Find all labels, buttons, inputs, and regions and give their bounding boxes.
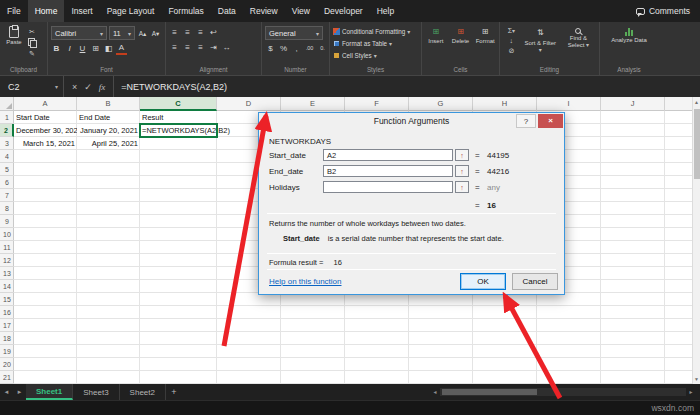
row-header-12[interactable]: 12 xyxy=(0,254,14,267)
paste-button[interactable]: Paste xyxy=(3,26,25,45)
align-bottom-button[interactable]: ≡ xyxy=(195,26,206,39)
row-header-6[interactable]: 6 xyxy=(0,176,14,189)
align-top-button[interactable]: ≡ xyxy=(169,26,180,39)
cell-B1[interactable]: End Date xyxy=(77,111,140,124)
row-header-17[interactable]: 17 xyxy=(0,319,14,332)
clear-button[interactable]: ⊘ xyxy=(503,46,520,55)
font-color-button[interactable]: A xyxy=(116,43,127,55)
cell-B2[interactable]: January 20, 2021 xyxy=(77,124,140,137)
bold-button[interactable]: B xyxy=(51,42,62,55)
range-selector-button-end-date[interactable]: ↑ xyxy=(455,165,469,177)
arg-input-end-date[interactable]: B2 xyxy=(323,165,453,177)
font-size-select[interactable]: 11▾ xyxy=(109,26,135,40)
autosum-button[interactable]: Σ▾ xyxy=(503,26,520,35)
format-painter-icon[interactable]: ✎ xyxy=(28,49,36,58)
scroll-up-icon[interactable]: ▲ xyxy=(693,97,700,107)
row-header-16[interactable]: 16 xyxy=(0,306,14,319)
select-all-button[interactable] xyxy=(0,97,14,111)
ribbon-tab-file[interactable]: File xyxy=(0,0,28,22)
cell-A3[interactable]: March 15, 2021 xyxy=(14,137,77,150)
align-middle-button[interactable]: ≡ xyxy=(182,26,193,39)
conditional-formatting-button[interactable]: Conditional Formatting ▾ xyxy=(333,26,410,37)
italic-button[interactable]: I xyxy=(64,42,75,55)
row-header-7[interactable]: 7 xyxy=(0,189,14,202)
cut-icon[interactable]: ✂ xyxy=(28,27,36,36)
cancel-icon[interactable]: × xyxy=(72,82,77,92)
range-selector-button-start-date[interactable]: ↑ xyxy=(455,149,469,161)
cell-A2[interactable]: December 30, 2020 xyxy=(14,124,77,137)
underline-button[interactable]: U xyxy=(77,42,88,55)
vertical-scrollbar[interactable]: ▲ ▼ xyxy=(692,97,700,384)
comma-button[interactable]: , xyxy=(291,42,302,55)
scroll-right-icon[interactable]: ► xyxy=(686,389,696,395)
align-right-button[interactable]: ≡ xyxy=(195,41,206,54)
ribbon-tab-insert[interactable]: Insert xyxy=(64,0,99,22)
column-header-B[interactable]: B xyxy=(77,97,140,111)
insert-function-icon[interactable]: fx xyxy=(99,82,106,92)
sheet-tab-sheet3[interactable]: Sheet3 xyxy=(73,384,119,400)
enter-icon[interactable]: ✓ xyxy=(84,82,92,92)
add-sheet-button[interactable]: + xyxy=(166,384,182,400)
formula-input[interactable]: =NETWORKDAYS(A2,B2) xyxy=(114,76,700,97)
column-header-G[interactable]: G xyxy=(409,97,473,111)
range-selector-button-holidays[interactable]: ↑ xyxy=(455,181,469,193)
ribbon-tab-review[interactable]: Review xyxy=(243,0,285,22)
sheet-nav-prev-icon[interactable]: ◄ xyxy=(0,384,13,400)
row-header-19[interactable]: 19 xyxy=(0,345,14,358)
ribbon-tab-data[interactable]: Data xyxy=(211,0,243,22)
scroll-down-icon[interactable]: ▼ xyxy=(693,374,700,384)
row-header-14[interactable]: 14 xyxy=(0,280,14,293)
vertical-scrollbar-thumb[interactable] xyxy=(694,109,700,179)
align-left-button[interactable]: ≡ xyxy=(169,41,180,54)
cell-C1[interactable]: Result xyxy=(140,111,217,124)
borders-button[interactable]: ⊞ xyxy=(90,42,101,55)
column-header-H[interactable]: H xyxy=(473,97,537,111)
arg-input-start-date[interactable]: A2 xyxy=(323,149,453,161)
copy-icon[interactable] xyxy=(28,38,36,47)
decrease-decimal-button[interactable]: 0. xyxy=(317,42,328,55)
row-header-4[interactable]: 4 xyxy=(0,150,14,163)
name-box[interactable]: C2 xyxy=(0,76,50,97)
currency-button[interactable]: $ xyxy=(265,42,276,55)
insert-cells-button[interactable]: ⊞ Insert xyxy=(425,26,447,44)
ribbon-tab-page-layout[interactable]: Page Layout xyxy=(100,0,162,22)
row-header-3[interactable]: 3 xyxy=(0,137,14,150)
percent-button[interactable]: % xyxy=(278,42,289,55)
sheet-tab-sheet1[interactable]: Sheet1 xyxy=(26,384,73,400)
row-header-13[interactable]: 13 xyxy=(0,267,14,280)
cell-A1[interactable]: Start Date xyxy=(14,111,77,124)
shrink-font-button[interactable]: A▾ xyxy=(150,27,161,40)
ribbon-tab-home[interactable]: Home xyxy=(28,0,65,22)
wrap-text-button[interactable]: ↩ xyxy=(208,26,219,39)
row-header-2[interactable]: 2 xyxy=(0,124,14,137)
analyze-data-button[interactable]: Analyze Data xyxy=(610,26,648,44)
cell-B3[interactable]: April 25, 2021 xyxy=(77,137,140,150)
column-header-C[interactable]: C xyxy=(140,97,217,111)
number-format-select[interactable]: General▾ xyxy=(265,26,323,40)
cancel-button[interactable]: Cancel xyxy=(512,273,558,290)
sort-filter-button[interactable]: ⇅ Sort & Filter ▾ xyxy=(523,26,558,54)
ribbon-tab-help[interactable]: Help xyxy=(370,0,401,22)
delete-cells-button[interactable]: ⊞ Delete xyxy=(450,26,472,44)
ribbon-tab-view[interactable]: View xyxy=(285,0,317,22)
ok-button[interactable]: OK xyxy=(460,273,506,290)
row-header-15[interactable]: 15 xyxy=(0,293,14,306)
row-header-8[interactable]: 8 xyxy=(0,202,14,215)
row-header-1[interactable]: 1 xyxy=(0,111,14,124)
horizontal-scrollbar-track[interactable] xyxy=(440,388,686,396)
row-header-11[interactable]: 11 xyxy=(0,241,14,254)
horizontal-scrollbar[interactable]: ◄ ► xyxy=(430,386,696,398)
cell-styles-button[interactable]: Cell Styles ▾ xyxy=(333,50,377,61)
column-header-J[interactable]: J xyxy=(601,97,665,111)
dialog-close-button[interactable]: × xyxy=(538,114,563,128)
comments-button[interactable]: Comments xyxy=(626,0,700,22)
dialog-title-bar[interactable]: Function Arguments ? × xyxy=(259,113,564,131)
ribbon-tab-developer[interactable]: Developer xyxy=(317,0,370,22)
sheet-tab-sheet2[interactable]: Sheet2 xyxy=(120,384,166,400)
row-header-5[interactable]: 5 xyxy=(0,163,14,176)
row-header-9[interactable]: 9 xyxy=(0,215,14,228)
column-header-E[interactable]: E xyxy=(281,97,345,111)
column-header-I[interactable]: I xyxy=(537,97,601,111)
scroll-left-icon[interactable]: ◄ xyxy=(430,389,440,395)
merge-center-button[interactable]: ↔ xyxy=(221,41,232,54)
